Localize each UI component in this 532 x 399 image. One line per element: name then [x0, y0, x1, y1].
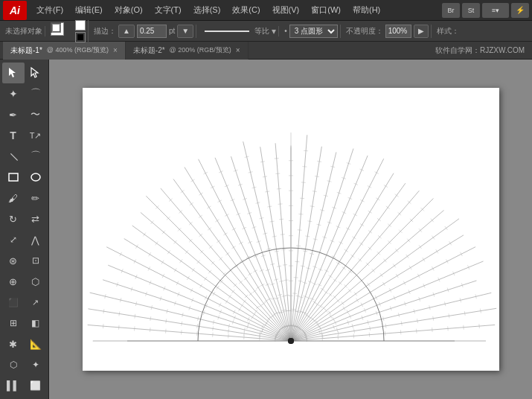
tool-perspective-grid[interactable]: ⬛: [2, 292, 25, 313]
tool-touch-type[interactable]: T↗: [25, 125, 47, 146]
opacity-expand-btn[interactable]: ▶: [414, 25, 429, 38]
tool-shear[interactable]: ⋀: [25, 229, 47, 250]
svg-line-429: [356, 299, 358, 302]
tool-row-5: | ⌒: [0, 146, 48, 167]
tool-magic-wand[interactable]: ✦: [2, 83, 25, 104]
tool-measure[interactable]: 📐: [25, 333, 47, 354]
svg-line-159: [217, 240, 220, 243]
tool-rotate[interactable]: ↻: [2, 208, 25, 229]
tool-blob-brush[interactable]: ✏: [25, 188, 47, 208]
opacity-input[interactable]: [385, 25, 411, 38]
svg-line-462: [467, 265, 469, 269]
tool-selection[interactable]: [2, 63, 25, 83]
svg-line-419: [393, 264, 396, 268]
svg-line-346: [291, 173, 394, 341]
bridge-btn[interactable]: Br: [442, 3, 460, 18]
stroke-color[interactable]: [51, 22, 61, 33]
svg-line-172: [223, 233, 227, 235]
svg-line-329: [342, 211, 346, 213]
svg-line-489: [291, 308, 496, 341]
menu-object[interactable]: 对象(O): [109, 3, 148, 17]
menu-window[interactable]: 窗口(W): [306, 3, 346, 17]
menu-edit[interactable]: 编辑(E): [70, 3, 108, 17]
tool-reflect[interactable]: ⇄: [25, 208, 47, 229]
tool-blend[interactable]: ⬡: [2, 354, 25, 375]
tool-free-transform[interactable]: ⊡: [25, 250, 47, 271]
stroke-decrease-btn[interactable]: ▲: [118, 25, 135, 38]
fill-swatch[interactable]: [75, 20, 86, 31]
tool-eyedropper[interactable]: ✱: [2, 333, 25, 354]
tool-perspective-select[interactable]: ↗: [25, 292, 47, 313]
canvas-area: [49, 60, 532, 399]
svg-line-436: [449, 241, 451, 245]
svg-line-456: [379, 302, 380, 307]
tool-column-graph[interactable]: ▌▌: [2, 375, 25, 396]
tool-pen[interactable]: ✒: [2, 104, 25, 125]
tool-slice[interactable]: ⊟: [2, 396, 25, 399]
tab-2[interactable]: 未标题-2* @ 200% (RGB/预览) ×: [126, 42, 249, 60]
stroke-swatch[interactable]: [75, 32, 86, 42]
svg-line-415: [341, 301, 344, 305]
svg-line-106: [204, 277, 207, 281]
tab-1-close[interactable]: ×: [113, 46, 118, 54]
tool-live-paint[interactable]: ⬡: [25, 271, 47, 292]
tool-mesh[interactable]: ⊞: [2, 313, 25, 333]
svg-line-377: [339, 281, 342, 284]
menu-select[interactable]: 选择(S): [188, 3, 226, 17]
svg-line-452: [319, 327, 321, 331]
svg-line-68: [177, 293, 179, 297]
tool-curvature[interactable]: 〜: [25, 104, 47, 125]
svg-line-180: [267, 298, 271, 300]
tool-gradient[interactable]: ◧: [25, 313, 47, 333]
stroke-width-input[interactable]: [137, 25, 167, 38]
svg-line-418: [379, 273, 382, 277]
tab-1-label: 未标题-1*: [10, 45, 42, 56]
svg-line-364: [333, 279, 336, 282]
tool-scale[interactable]: ⤢: [2, 229, 25, 250]
tool-direct-selection[interactable]: [25, 63, 47, 83]
tab-1[interactable]: 未标题-1* @ 400% (RGB/预览) ×: [3, 42, 126, 60]
svg-point-519: [288, 338, 294, 344]
tab-2-close[interactable]: ×: [236, 46, 240, 54]
stroke-increase-btn[interactable]: ▼: [177, 25, 193, 38]
svg-line-433: [409, 266, 411, 269]
menu-effect[interactable]: 效果(C): [227, 3, 265, 17]
svg-line-336: [310, 298, 314, 300]
stock-btn[interactable]: St: [462, 3, 480, 18]
svg-line-402: [336, 299, 339, 303]
menu-file[interactable]: 文件(F): [31, 3, 68, 17]
tool-ellipse[interactable]: [25, 167, 47, 188]
svg-line-164: [184, 167, 290, 341]
svg-line-414: [328, 311, 331, 315]
tool-eraser[interactable]: ◻: [25, 396, 47, 399]
svg-line-117: [231, 290, 234, 293]
svg-line-332: [359, 169, 364, 170]
tool-shape-builder[interactable]: ⊕: [2, 271, 25, 292]
tool-paintbrush[interactable]: 🖌: [2, 188, 25, 208]
menu-view[interactable]: 视图(V): [267, 3, 305, 17]
svg-line-83: [148, 266, 150, 270]
tool-rectangle[interactable]: [2, 167, 25, 188]
tool-artboard[interactable]: ⬜: [25, 375, 47, 396]
svg-line-370: [385, 206, 389, 209]
svg-line-76: [247, 317, 249, 321]
svg-line-108: [179, 259, 182, 263]
svg-line-158: [225, 252, 229, 255]
menu-type[interactable]: 文字(T): [150, 3, 187, 17]
arrange-btn[interactable]: ≡▾: [482, 3, 509, 18]
tool-symbol-spray[interactable]: ✦: [25, 354, 47, 375]
tool-arc[interactable]: ⌒: [25, 146, 47, 167]
point-shape-select[interactable]: 3 点圆形: [289, 25, 338, 38]
menu-help[interactable]: 帮助(H): [347, 3, 385, 17]
svg-line-115: [254, 310, 257, 313]
svg-line-454: [349, 314, 350, 319]
tab-1-detail: @ 400% (RGB/预览): [47, 45, 109, 55]
tool-warp[interactable]: ⊛: [2, 250, 25, 271]
toolbar-fill-section: [48, 20, 89, 42]
svg-line-382: [388, 224, 391, 227]
svg-line-331: [353, 183, 358, 185]
tool-lasso[interactable]: ⌒: [25, 83, 47, 104]
search-btn[interactable]: ⚡: [511, 3, 529, 18]
tool-row-1: [0, 63, 48, 83]
svg-line-417: [367, 283, 370, 287]
